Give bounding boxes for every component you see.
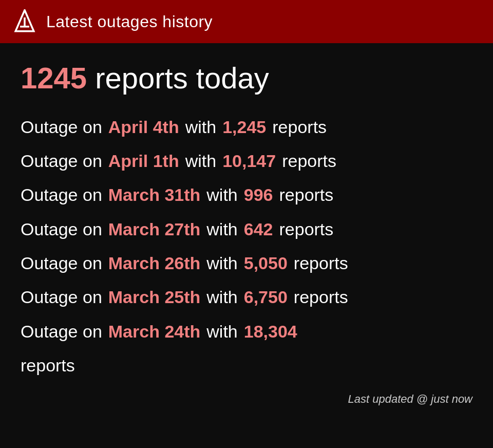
outage-date: March 31th xyxy=(108,178,201,212)
header-bar: Latest outages history xyxy=(0,0,493,43)
apex-logo-icon xyxy=(12,9,37,34)
today-count-label: reports today xyxy=(87,61,269,95)
outage-reports: reports xyxy=(294,280,348,314)
outage-row: Outage on March 25th with 6,750 reports xyxy=(21,280,472,314)
outage-label: Outage on xyxy=(21,144,102,178)
outage-label: Outage on xyxy=(21,178,102,212)
outage-reports: reports xyxy=(282,144,336,178)
outage-label: Outage on xyxy=(21,212,102,246)
outage-row: Outage on April 1th with 10,147 reports xyxy=(21,144,472,178)
outage-count: 996 xyxy=(244,178,273,212)
outage-reports-continuation: reports xyxy=(21,348,472,382)
outage-reports: reports xyxy=(272,110,327,144)
outage-count: 5,050 xyxy=(244,246,288,280)
header-title: Latest outages history xyxy=(46,12,213,31)
outage-with: with xyxy=(185,110,216,144)
outage-reports: reports xyxy=(279,178,334,212)
outage-count: 6,750 xyxy=(244,280,288,314)
outage-reports: reports xyxy=(279,212,334,246)
outage-date: March 26th xyxy=(108,246,201,280)
outage-date: March 25th xyxy=(108,280,201,314)
outage-row: Outage on March 26th with 5,050 reports xyxy=(21,246,472,280)
outage-with: with xyxy=(206,178,237,212)
outage-row: Outage on March 27th with 642 reports xyxy=(21,212,472,246)
outage-count: 18,304 xyxy=(244,314,297,348)
today-count-number: 1245 xyxy=(21,61,87,95)
outage-row: Outage on March 31th with 996 reports xyxy=(21,178,472,212)
outage-reports: reports xyxy=(294,246,348,280)
outage-label: Outage on xyxy=(21,110,102,144)
outage-with: with xyxy=(206,246,237,280)
outage-with: with xyxy=(206,280,237,314)
outage-with: with xyxy=(185,144,216,178)
outages-list: Outage on April 4th with 1,245 reports O… xyxy=(21,110,472,382)
outage-date: March 24th xyxy=(108,314,201,348)
outage-row: Outage on March 24th with 18,304 xyxy=(21,314,472,348)
outage-count: 642 xyxy=(244,212,273,246)
today-summary: 1245 reports today xyxy=(21,62,472,95)
outage-date: April 1th xyxy=(108,144,179,178)
outage-with: with xyxy=(206,212,237,246)
outage-row: Outage on April 4th with 1,245 reports xyxy=(21,110,472,144)
outage-label: Outage on xyxy=(21,280,102,314)
outage-count: 1,245 xyxy=(222,110,266,144)
outage-date: April 4th xyxy=(108,110,179,144)
outage-label: Outage on xyxy=(21,246,102,280)
outage-count: 10,147 xyxy=(222,144,276,178)
outage-with: with xyxy=(206,314,237,348)
last-updated-label: Last updated @ just now xyxy=(21,393,472,406)
main-content: 1245 reports today Outage on April 4th w… xyxy=(0,43,493,421)
outage-date: March 27th xyxy=(108,212,201,246)
outage-reports-label: reports xyxy=(21,348,75,382)
outage-label: Outage on xyxy=(21,314,102,348)
app-container: Latest outages history 1245 reports toda… xyxy=(0,0,493,421)
